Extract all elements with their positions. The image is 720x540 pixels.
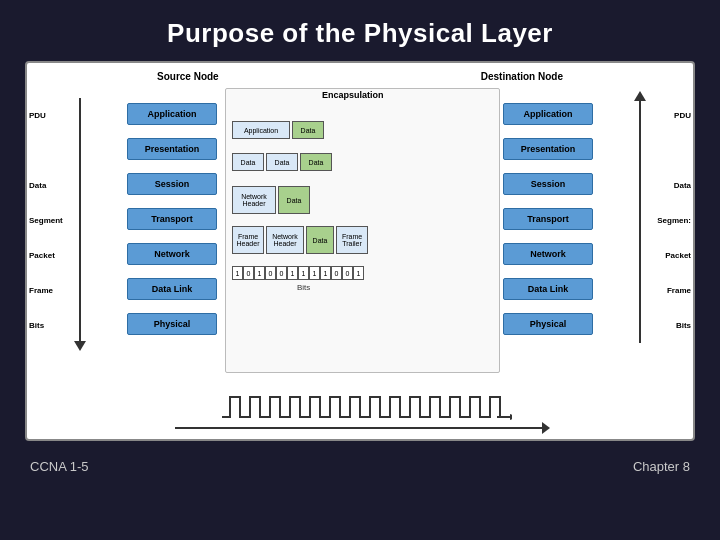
enc-data-2c: Data [300,153,332,171]
pdu-label-right-packet: Packet [665,251,691,260]
enc-data-2b: Data [266,153,298,171]
pdu-label-right-frame: Frame [667,286,691,295]
pdu-label-pdu: PDU [29,111,46,120]
enc-data-4: Data [306,226,334,254]
bit-0: 1 [232,266,243,280]
pdu-label-right-data: Data [674,181,691,190]
pdu-label-frame: Frame [29,286,53,295]
bit-8: 1 [320,266,331,280]
footer: CCNA 1-5 Chapter 8 [0,449,720,484]
slide-title: Purpose of the Physical Layer [0,18,720,49]
bit-7: 1 [309,266,320,280]
pdu-label-segment: Segment [29,216,63,225]
svg-marker-1 [510,414,512,420]
bit-6: 1 [298,266,309,280]
diagram-container: Source Node Destination Node PDU Data Se… [25,61,695,441]
bit-11: 1 [353,266,364,280]
left-arrow-head [74,341,86,351]
signal-wave [222,389,512,424]
source-node-label: Source Node [157,71,219,82]
slide: Purpose of the Physical Layer Source Nod… [0,0,720,540]
enc-net-header: Network Header [232,186,276,214]
pdu-label-data: Data [29,181,46,190]
enc-data-1: Data [292,121,324,139]
dst-datalink: Data Link [503,278,593,300]
right-arrow-head [634,91,646,101]
pdu-label-right-pdu: PDU [674,111,691,120]
right-arrow-line [639,98,641,343]
enc-frame-header: Frame Header [232,226,264,254]
enc-data-2a: Data [232,153,264,171]
pdu-label-right-segment: Segmen: [657,216,691,225]
dst-session: Session [503,173,593,195]
footer-left: CCNA 1-5 [30,459,89,474]
left-arrow-line [79,98,81,343]
bit-2: 1 [254,266,265,280]
bit-4: 0 [276,266,287,280]
src-transport: Transport [127,208,217,230]
enc-net-header-2: Network Header [266,226,304,254]
dst-physical: Physical [503,313,593,335]
horiz-arrow-line [175,427,545,429]
bit-5: 1 [287,266,298,280]
pdu-label-packet: Packet [29,251,55,260]
title-bar: Purpose of the Physical Layer [0,0,720,61]
bit-9: 0 [331,266,342,280]
encapsulation-label: Encapsulation [322,90,384,100]
enc-frame-trailer: Frame Trailer [336,226,368,254]
bit-1: 0 [243,266,254,280]
dst-transport: Transport [503,208,593,230]
src-network: Network [127,243,217,265]
src-presentation: Presentation [127,138,217,160]
dst-network: Network [503,243,593,265]
horiz-arrow-head [542,422,550,434]
footer-right: Chapter 8 [633,459,690,474]
dst-application: Application [503,103,593,125]
src-session: Session [127,173,217,195]
src-application: Application [127,103,217,125]
enc-row-4: Frame Header Network Header Data Frame T… [232,226,368,254]
bit-10: 0 [342,266,353,280]
bit-3: 0 [265,266,276,280]
enc-data-3: Data [278,186,310,214]
pdu-label-bits: Bits [29,321,44,330]
bits-label: Bits [297,283,310,292]
dest-node-label: Destination Node [481,71,563,82]
src-physical: Physical [127,313,217,335]
enc-row-3: Network Header Data [232,186,310,214]
enc-row-2: Data Data Data [232,153,332,171]
enc-row-1: Application Data [232,121,324,139]
enc-app: Application [232,121,290,139]
enc-row-bits: 1 0 1 0 0 1 1 1 1 0 0 1 [232,266,364,280]
src-datalink: Data Link [127,278,217,300]
pdu-label-right-bits: Bits [676,321,691,330]
dst-presentation: Presentation [503,138,593,160]
